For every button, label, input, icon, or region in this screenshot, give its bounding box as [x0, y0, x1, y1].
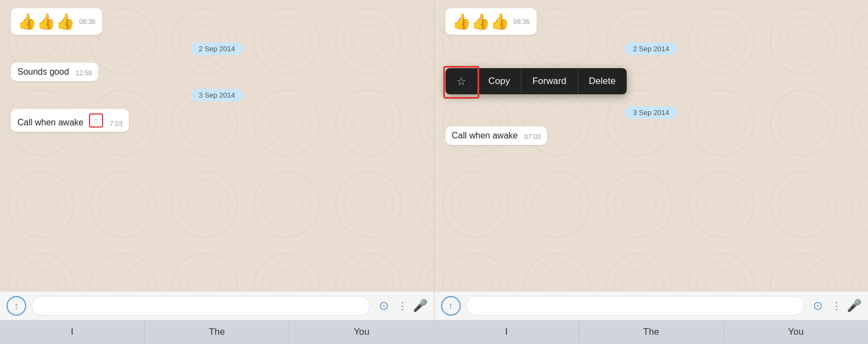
left-date-1: 2 Sep 2014 [191, 43, 243, 55]
context-menu-forward[interactable]: Forward [521, 69, 578, 93]
left-msg-sounds-good-time: 12:58 [75, 69, 92, 77]
right-dots-button[interactable]: ⋮ [831, 300, 841, 312]
left-emoji: 👍👍👍 [17, 13, 75, 31]
left-msg-sounds-good-text: Sounds good [17, 67, 69, 77]
right-date-2: 3 Sep 2014 [625, 106, 677, 119]
right-suggestion-the[interactable]: The [579, 321, 724, 343]
left-emoji-bubble: 👍👍👍 08:36 [11, 8, 102, 35]
right-msg-call-text: Call when awake [452, 131, 518, 141]
right-suggestion-you[interactable]: You [724, 321, 868, 343]
right-attach-button[interactable]: ↑ [441, 296, 461, 316]
context-menu-popup: ☆ Copy Forward Delete [445, 68, 627, 94]
context-menu-copy[interactable]: Copy [478, 69, 522, 93]
left-suggestion-i[interactable]: I [0, 321, 145, 343]
right-text-input[interactable] [466, 296, 805, 316]
right-msg-call: Call when awake 07:03 [445, 126, 548, 145]
panels-container: 👍👍👍 08:36 2 Sep 2014 Sounds good 12:58 3… [0, 0, 868, 344]
left-msg-call: Call when awake ☆ 7:03 [11, 109, 129, 132]
left-text-input[interactable] [32, 296, 370, 316]
right-date-1: 2 Sep 2014 [625, 43, 677, 55]
right-keyboard-bar: I The You [435, 320, 869, 344]
left-emoji-time: 08:36 [79, 18, 96, 26]
right-msg-call-time: 07:03 [524, 133, 540, 141]
left-mic-button[interactable]: 🎤 [413, 299, 427, 313]
left-msg-sounds-good: Sounds good 12:58 [11, 63, 98, 81]
context-menu-star-item[interactable]: ☆ [445, 68, 478, 94]
right-chat-area: 👍👍👍 08:36 2 Sep 2014 ☆ Copy Forward Dele… [435, 0, 869, 291]
left-chat-area: 👍👍👍 08:36 2 Sep 2014 Sounds good 12:58 3… [0, 0, 434, 291]
left-suggestion-the[interactable]: The [145, 321, 289, 343]
left-camera-button[interactable]: ⊙ [376, 299, 392, 313]
left-panel: 👍👍👍 08:36 2 Sep 2014 Sounds good 12:58 3… [0, 0, 435, 344]
right-camera-button[interactable]: ⊙ [810, 299, 826, 313]
right-emoji: 👍👍👍 [452, 13, 509, 31]
left-star-badge[interactable]: ☆ [89, 113, 103, 128]
context-menu-delete[interactable]: Delete [578, 69, 627, 93]
right-emoji-bubble: 👍👍👍 08:36 [445, 8, 537, 35]
left-suggestion-you[interactable]: You [289, 321, 433, 343]
left-keyboard-bar: I The You [0, 320, 434, 344]
right-suggestion-i[interactable]: I [435, 321, 579, 343]
left-input-bar: ↑ ⊙ ⋮ 🎤 [0, 291, 434, 320]
left-msg-call-time: 7:03 [110, 120, 122, 128]
left-msg-call-text: Call when awake [17, 118, 84, 128]
left-attach-button[interactable]: ↑ [7, 296, 26, 316]
right-mic-button[interactable]: 🎤 [847, 299, 861, 313]
right-context-area: ☆ Copy Forward Delete [445, 68, 858, 99]
left-date-2: 3 Sep 2014 [191, 89, 243, 101]
left-dots-button[interactable]: ⋮ [397, 300, 407, 312]
right-input-bar: ↑ ⊙ ⋮ 🎤 [435, 291, 869, 320]
right-emoji-time: 08:36 [514, 18, 530, 26]
right-panel: 👍👍👍 08:36 2 Sep 2014 ☆ Copy Forward Dele… [435, 0, 869, 344]
